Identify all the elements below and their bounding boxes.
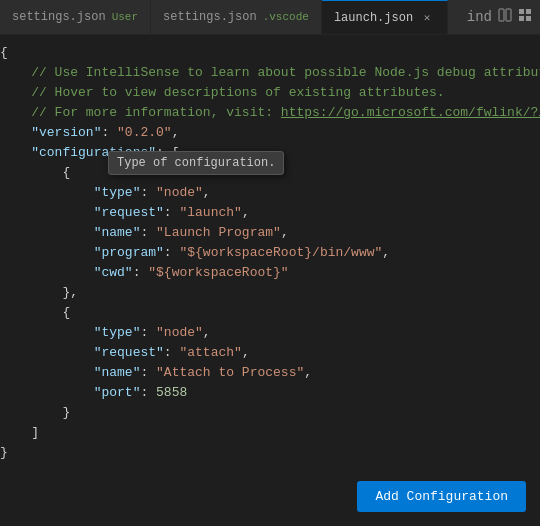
- tab-sublabel: User: [112, 11, 138, 23]
- code-line: "name": "Attach to Process",: [0, 363, 540, 383]
- code-line: // Hover to view descriptions of existin…: [0, 83, 540, 103]
- code-line: }: [0, 443, 540, 463]
- code-line: "type": "node",: [0, 183, 540, 203]
- code-line: "type": "node",: [0, 323, 540, 343]
- svg-rect-5: [526, 16, 531, 21]
- add-configuration-button[interactable]: Add Configuration: [357, 481, 526, 512]
- code-line: ]: [0, 423, 540, 443]
- indent-label: ind: [467, 9, 492, 25]
- code-line: {: [0, 163, 540, 183]
- svg-rect-0: [499, 9, 504, 21]
- editor: { // Use IntelliSense to learn about pos…: [0, 35, 540, 526]
- tab-label: launch.json: [334, 11, 413, 25]
- svg-rect-1: [506, 9, 511, 21]
- tab-settings-user[interactable]: settings.json User: [0, 0, 151, 34]
- code-line: "request": "launch",: [0, 203, 540, 223]
- svg-rect-4: [519, 16, 524, 21]
- code-line: {: [0, 43, 540, 63]
- tab-bar: settings.json User settings.json .vscode…: [0, 0, 540, 35]
- tab-launch-json[interactable]: launch.json ✕: [322, 0, 448, 34]
- tab-actions: ind: [448, 0, 540, 34]
- code-line: "cwd": "${workspaceRoot}": [0, 263, 540, 283]
- split-editor-icon[interactable]: [498, 8, 512, 26]
- code-line: "program": "${workspaceRoot}/bin/www",: [0, 243, 540, 263]
- code-line: },: [0, 283, 540, 303]
- tab-label: settings.json: [163, 10, 257, 24]
- code-line: "version": "0.2.0",: [0, 123, 540, 143]
- tab-settings-vscode[interactable]: settings.json .vscode: [151, 0, 322, 34]
- code-line: "request": "attach",: [0, 343, 540, 363]
- svg-rect-2: [519, 9, 524, 14]
- code-line: {: [0, 303, 540, 323]
- code-line: "port": 5858: [0, 383, 540, 403]
- svg-rect-3: [526, 9, 531, 14]
- close-icon[interactable]: ✕: [419, 10, 435, 26]
- code-line: // For more information, visit: https://…: [0, 103, 540, 123]
- code-line: "configurations": [: [0, 143, 540, 163]
- tab-label: settings.json: [12, 10, 106, 24]
- code-line: // Use IntelliSense to learn about possi…: [0, 63, 540, 83]
- code-line: "name": "Launch Program",: [0, 223, 540, 243]
- code-container: { // Use IntelliSense to learn about pos…: [0, 43, 540, 463]
- code-line: }: [0, 403, 540, 423]
- more-icon[interactable]: [518, 8, 532, 26]
- tab-sublabel: .vscode: [263, 11, 309, 23]
